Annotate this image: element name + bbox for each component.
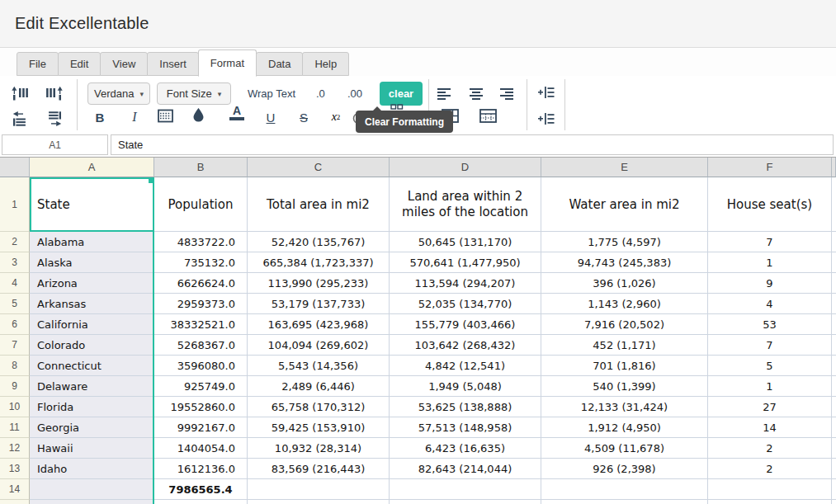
cell-E11[interactable]: 1,912 (4,950) <box>541 417 708 438</box>
row-header-10[interactable]: 10 <box>0 397 30 417</box>
tab-data[interactable]: Data <box>256 52 303 76</box>
cell-D7[interactable]: 103,642 (268,432) <box>390 335 541 356</box>
column-header-D[interactable]: D <box>390 158 541 177</box>
row-header-5[interactable]: 5 <box>0 294 30 314</box>
cell-A13[interactable]: Idaho <box>30 459 154 479</box>
cell-B1[interactable]: Population <box>154 177 248 232</box>
cell-E15[interactable] <box>541 500 708 504</box>
cell-F13[interactable]: 2 <box>708 459 832 479</box>
insert-row-above-icon[interactable] <box>10 109 30 129</box>
cell-E13[interactable]: 926 (2,398) <box>541 459 708 479</box>
cell-F8[interactable]: 5 <box>708 356 832 376</box>
cell-E10[interactable]: 12,133 (31,424) <box>541 397 708 417</box>
cell-A10[interactable]: Florida <box>30 397 154 417</box>
cell-D3[interactable]: 570,641 (1,477,950) <box>390 252 541 273</box>
cell-B8[interactable]: 3596080.0 <box>154 356 248 376</box>
cell-F12[interactable]: 2 <box>708 438 832 459</box>
cell-F6[interactable]: 53 <box>708 314 832 335</box>
row-header-9[interactable]: 9 <box>0 376 30 397</box>
cell-D15[interactable] <box>390 500 541 504</box>
cell-A9[interactable]: Delaware <box>30 376 154 397</box>
cell-C7[interactable]: 104,094 (269,602) <box>248 335 390 356</box>
cell-E7[interactable]: 452 (1,171) <box>541 335 708 356</box>
tab-file[interactable]: File <box>17 52 59 76</box>
cell-F5[interactable]: 4 <box>708 294 832 314</box>
cell-F3[interactable]: 1 <box>708 252 832 273</box>
cell-E14[interactable] <box>541 479 708 500</box>
row-header-13[interactable]: 13 <box>0 459 30 479</box>
text-color-button[interactable]: A <box>226 106 248 120</box>
cell-B10[interactable]: 19552860.0 <box>154 397 248 417</box>
cell-D11[interactable]: 57,513 (148,958) <box>390 417 541 438</box>
cell-F1[interactable]: House seat(s) <box>708 177 832 232</box>
cell-E2[interactable]: 1,775 (4,597) <box>541 232 708 252</box>
cell-C2[interactable]: 52,420 (135,767) <box>248 232 390 252</box>
cell-reference-box[interactable]: A1 <box>2 134 108 155</box>
italic-button[interactable]: I <box>124 107 145 127</box>
column-header-B[interactable]: B <box>154 158 248 177</box>
superscript-button[interactable]: x2 <box>325 107 347 127</box>
cell-B12[interactable]: 1404054.0 <box>154 438 248 459</box>
tab-view[interactable]: View <box>100 52 148 76</box>
split-cells-icon[interactable] <box>479 109 497 123</box>
cell-F10[interactable]: 27 <box>708 397 832 417</box>
align-right-icon[interactable] <box>500 88 515 100</box>
cell-D4[interactable]: 113,594 (294,207) <box>390 273 541 294</box>
cell-A15[interactable] <box>30 500 154 504</box>
tab-insert[interactable]: Insert <box>147 52 199 76</box>
decimal-decrease-button[interactable]: .0 <box>316 82 325 105</box>
cell-B5[interactable]: 2959373.0 <box>154 294 248 314</box>
cell-D9[interactable]: 1,949 (5,048) <box>390 376 541 397</box>
cell-A7[interactable]: Colorado <box>30 335 154 356</box>
row-header-7[interactable]: 7 <box>0 335 30 356</box>
cell-C10[interactable]: 65,758 (170,312) <box>248 397 390 417</box>
cell-B15[interactable] <box>154 500 248 504</box>
cell-B6[interactable]: 38332521.0 <box>154 314 248 335</box>
cell-F9[interactable]: 1 <box>708 376 832 397</box>
cell-E1[interactable]: Water area in mi2 <box>541 177 708 232</box>
insert-row-below-icon[interactable] <box>45 109 64 129</box>
cell-B4[interactable]: 6626624.0 <box>154 273 248 294</box>
cell-E6[interactable]: 7,916 (20,502) <box>541 314 708 335</box>
cell-F14[interactable] <box>708 479 832 500</box>
cell-F7[interactable]: 7 <box>708 335 832 356</box>
cell-D2[interactable]: 50,645 (131,170) <box>390 232 541 252</box>
insert-column-left-icon[interactable] <box>10 84 30 104</box>
cell-D10[interactable]: 53,625 (138,888) <box>390 397 541 417</box>
cell-B9[interactable]: 925749.0 <box>154 376 248 397</box>
increase-indent-icon[interactable] <box>538 87 555 98</box>
row-header-8[interactable]: 8 <box>0 356 30 376</box>
select-all-corner[interactable] <box>0 158 30 177</box>
cell-E5[interactable]: 1,143 (2,960) <box>541 294 708 314</box>
align-center-icon[interactable] <box>470 88 484 100</box>
cell-D12[interactable]: 6,423 (16,635) <box>390 438 541 459</box>
decimal-increase-button[interactable]: .00 <box>347 82 362 105</box>
cell-D8[interactable]: 4,842 (12,541) <box>390 356 541 376</box>
row-header-1[interactable]: 1 <box>0 177 30 232</box>
bold-button[interactable]: B <box>89 107 111 127</box>
cell-C15[interactable] <box>248 500 390 504</box>
cell-D6[interactable]: 155,779 (403,466) <box>390 314 541 335</box>
cell-C4[interactable]: 113,990 (295,233) <box>248 273 390 294</box>
cell-C3[interactable]: 665,384 (1,723,337) <box>248 252 390 273</box>
cell-C9[interactable]: 2,489 (6,446) <box>248 376 390 397</box>
column-header-F[interactable]: F <box>708 158 832 177</box>
cell-B3[interactable]: 735132.0 <box>154 252 248 273</box>
cell-D13[interactable]: 82,643 (214,044) <box>390 459 541 479</box>
row-header-3[interactable]: 3 <box>0 252 30 273</box>
column-header-A[interactable]: A <box>30 158 154 177</box>
row-header-2[interactable]: 2 <box>0 232 30 252</box>
increase-indent-icon[interactable] <box>538 113 555 125</box>
formula-input[interactable] <box>111 134 834 155</box>
cell-E12[interactable]: 4,509 (11,678) <box>541 438 708 459</box>
wrap-text-button[interactable]: Wrap Text <box>248 82 295 105</box>
cell-A4[interactable]: Arizona <box>30 273 154 294</box>
cell-A5[interactable]: Arkansas <box>30 294 154 314</box>
clear-formatting-button[interactable]: clear <box>380 82 423 106</box>
row-header-12[interactable]: 12 <box>0 438 30 459</box>
cell-A14[interactable] <box>30 479 154 500</box>
cell-D5[interactable]: 52,035 (134,770) <box>390 294 541 314</box>
cell-A8[interactable]: Connecticut <box>30 356 154 376</box>
row-header-11[interactable]: 11 <box>0 417 30 438</box>
cell-C13[interactable]: 83,569 (216,443) <box>248 459 390 479</box>
